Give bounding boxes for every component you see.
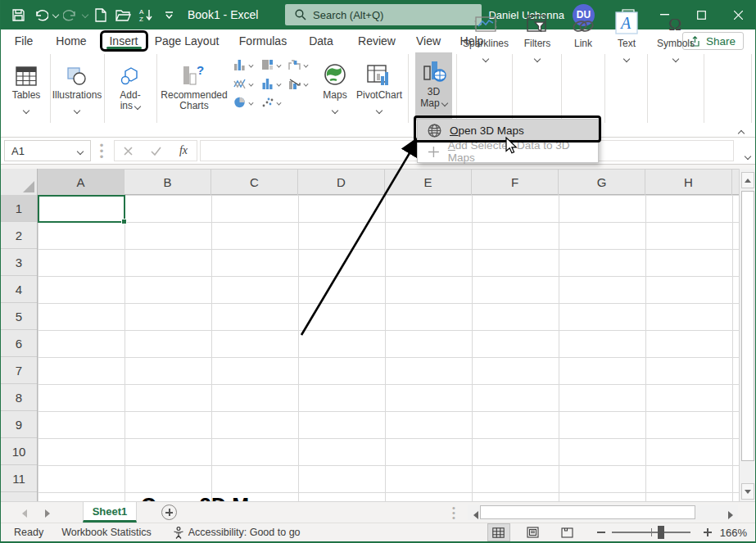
insert-combo-chart-button[interactable] [288,78,308,89]
search-input[interactable]: Search (Alt+Q) [285,4,482,25]
tab-page-layout[interactable]: Page Layout [150,29,224,52]
scroll-right-icon[interactable] [724,509,736,522]
row-header-4[interactable]: 4 [1,276,37,303]
formula-bar-splitter[interactable]: ••• [99,143,104,160]
link-button[interactable]: Link [563,2,604,49]
close-button[interactable] [720,0,756,29]
name-box[interactable]: A1 [4,140,91,161]
column-headers: A B C D E F G H [1,169,739,195]
sheet-nav-left-icon[interactable] [22,509,27,518]
select-all-corner[interactable] [1,169,38,195]
row-header-11[interactable]: 11 [1,465,37,492]
quick-access-toolbar: A Z [1,4,179,25]
row-header-3[interactable]: 3 [1,249,37,276]
accessibility-icon [173,527,184,539]
tab-scrollbar-splitter[interactable]: ••• [451,505,456,520]
tab-review[interactable]: Review [351,29,402,52]
fill-handle[interactable] [121,219,127,224]
tab-view[interactable]: View [410,29,446,52]
row-header-9[interactable]: 9 [1,411,37,438]
selected-cell-border [38,195,125,223]
column-header-e[interactable]: E [385,170,472,195]
accessibility-status[interactable]: Accessibility: Good to go [173,527,301,539]
recommended-charts-button[interactable]: ? RecommendedCharts [158,53,230,111]
tab-home[interactable]: Home [50,29,93,52]
vertical-scrollbar-thumb[interactable] [741,191,754,461]
status-bar: Ready Workbook Statistics Accessibility:… [1,523,756,541]
page-layout-view-icon[interactable] [522,523,545,541]
omega-symbol-icon: Ω [665,7,686,34]
zoom-level[interactable]: 166% [720,527,747,539]
symbols-button[interactable]: Ω Symbols [650,2,702,59]
text-button[interactable]: A Text [607,2,646,59]
row-header-1[interactable]: 1 [1,195,37,222]
row-header-6[interactable]: 6 [1,330,37,357]
column-header-b[interactable]: B [124,170,211,195]
row-header-8[interactable]: 8 [1,384,37,411]
pivotchart-button[interactable]: PivotChart [353,53,405,111]
column-header-c[interactable]: C [211,170,298,195]
illustrations-button[interactable]: Illustrations [52,53,102,111]
insert-hierarchy-chart-icon [261,59,274,70]
customize-toolbar-icon[interactable] [158,4,179,25]
zoom-slider-handle[interactable] [658,526,664,539]
column-header-a[interactable]: A [38,170,124,195]
tab-data[interactable]: Data [302,29,340,52]
normal-view-icon[interactable] [487,523,510,541]
row-header-7[interactable]: 7 [1,357,37,384]
tab-formulas[interactable]: Formulas [233,29,292,52]
sort-ascending-icon[interactable]: A Z [135,4,156,25]
column-header-h[interactable]: H [645,170,732,195]
row-header-2[interactable]: 2 [1,222,37,249]
sheet-nav-right-icon[interactable] [45,509,50,518]
add-ins-button[interactable]: Add- ins [106,53,155,111]
scroll-down-icon[interactable] [741,483,754,500]
column-header-f[interactable]: F [472,170,559,195]
undo-chevron-icon[interactable] [52,11,59,18]
column-header-g[interactable]: G [559,170,645,195]
expand-formula-bar-icon[interactable] [745,147,750,162]
chevron-down-icon [248,81,253,86]
open-file-icon[interactable] [112,4,134,25]
new-file-icon[interactable] [89,4,111,25]
workbook-statistics[interactable]: Workbook Statistics [61,527,152,538]
insert-pie-chart-button[interactable] [233,97,253,108]
new-sheet-button[interactable] [161,505,177,520]
vertical-scrollbar[interactable] [739,169,755,501]
chevron-down-icon [276,81,281,86]
maps-button[interactable]: Maps [317,53,353,111]
tab-file[interactable]: File [7,29,40,52]
sparklines-button[interactable]: Sparklines [459,2,512,59]
filters-button[interactable]: Filters [515,2,559,59]
threed-map-icon [422,59,446,86]
zoom-notch [651,528,652,536]
insert-statistic-chart-button[interactable] [261,78,281,89]
tables-button[interactable]: Tables [4,53,48,111]
enter-icon[interactable] [151,147,161,156]
insert-function-icon[interactable]: fx [179,144,188,157]
insert-waterfall-chart-button[interactable] [288,59,308,70]
insert-scatter-chart-button[interactable] [261,97,281,108]
scroll-up-icon[interactable] [741,172,754,188]
row-header-5[interactable]: 5 [1,303,37,330]
undo-icon[interactable] [30,4,52,25]
insert-column-chart-button[interactable] [233,59,253,70]
page-break-preview-icon[interactable] [556,523,579,541]
row-header-10[interactable]: 10 [1,438,37,465]
zoom-in-icon[interactable] [704,528,712,536]
column-header-d[interactable]: D [298,170,385,195]
mouse-cursor [505,137,518,154]
horizontal-scrollbar-thumb[interactable] [480,505,695,519]
cancel-icon[interactable] [124,147,133,156]
zoom-out-icon[interactable] [597,532,605,533]
insert-hierarchy-chart-button[interactable] [261,59,281,70]
zoom-slider[interactable] [612,532,690,533]
save-icon[interactable] [7,4,29,25]
sheet-tab-sheet1[interactable]: Sheet1 [83,502,137,523]
cell-grid[interactable] [38,195,739,501]
globe-icon [428,124,441,138]
row-header-12[interactable]: 12 [1,492,37,501]
insert-waterfall-chart-icon [288,59,301,70]
threed-map-button[interactable]: 3D Map [415,52,452,120]
insert-line-chart-button[interactable] [233,78,253,89]
